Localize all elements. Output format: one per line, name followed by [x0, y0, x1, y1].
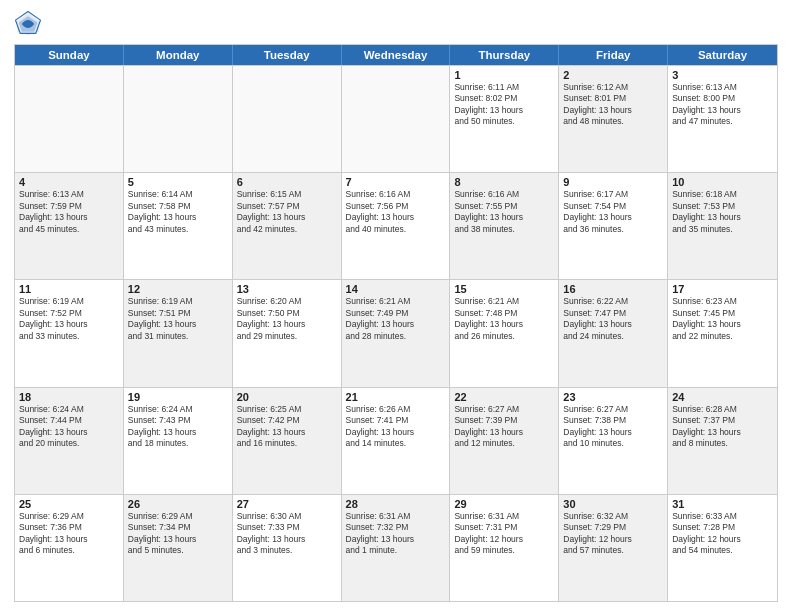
day-info: Sunrise: 6:23 AM Sunset: 7:45 PM Dayligh… [672, 296, 773, 342]
day-number: 8 [454, 176, 554, 188]
day-number: 28 [346, 498, 446, 510]
day-info: Sunrise: 6:29 AM Sunset: 7:36 PM Dayligh… [19, 511, 119, 557]
header-day-monday: Monday [124, 45, 233, 65]
day-cell-15: 15Sunrise: 6:21 AM Sunset: 7:48 PM Dayli… [450, 280, 559, 386]
day-cell-3: 3Sunrise: 6:13 AM Sunset: 8:00 PM Daylig… [668, 66, 777, 172]
day-number: 19 [128, 391, 228, 403]
page: SundayMondayTuesdayWednesdayThursdayFrid… [0, 0, 792, 612]
calendar-week-4: 18Sunrise: 6:24 AM Sunset: 7:44 PM Dayli… [15, 387, 777, 494]
logo [14, 10, 46, 38]
day-info: Sunrise: 6:19 AM Sunset: 7:52 PM Dayligh… [19, 296, 119, 342]
calendar-body: 1Sunrise: 6:11 AM Sunset: 8:02 PM Daylig… [15, 65, 777, 601]
day-info: Sunrise: 6:14 AM Sunset: 7:58 PM Dayligh… [128, 189, 228, 235]
day-number: 9 [563, 176, 663, 188]
day-number: 16 [563, 283, 663, 295]
day-number: 17 [672, 283, 773, 295]
day-cell-14: 14Sunrise: 6:21 AM Sunset: 7:49 PM Dayli… [342, 280, 451, 386]
empty-cell [233, 66, 342, 172]
day-info: Sunrise: 6:32 AM Sunset: 7:29 PM Dayligh… [563, 511, 663, 557]
header-day-friday: Friday [559, 45, 668, 65]
day-info: Sunrise: 6:24 AM Sunset: 7:43 PM Dayligh… [128, 404, 228, 450]
header-day-sunday: Sunday [15, 45, 124, 65]
day-info: Sunrise: 6:18 AM Sunset: 7:53 PM Dayligh… [672, 189, 773, 235]
day-number: 3 [672, 69, 773, 81]
day-number: 14 [346, 283, 446, 295]
day-cell-23: 23Sunrise: 6:27 AM Sunset: 7:38 PM Dayli… [559, 388, 668, 494]
day-number: 18 [19, 391, 119, 403]
day-cell-4: 4Sunrise: 6:13 AM Sunset: 7:59 PM Daylig… [15, 173, 124, 279]
day-cell-5: 5Sunrise: 6:14 AM Sunset: 7:58 PM Daylig… [124, 173, 233, 279]
day-cell-21: 21Sunrise: 6:26 AM Sunset: 7:41 PM Dayli… [342, 388, 451, 494]
day-number: 25 [19, 498, 119, 510]
day-cell-8: 8Sunrise: 6:16 AM Sunset: 7:55 PM Daylig… [450, 173, 559, 279]
day-cell-1: 1Sunrise: 6:11 AM Sunset: 8:02 PM Daylig… [450, 66, 559, 172]
day-cell-9: 9Sunrise: 6:17 AM Sunset: 7:54 PM Daylig… [559, 173, 668, 279]
day-number: 5 [128, 176, 228, 188]
day-cell-18: 18Sunrise: 6:24 AM Sunset: 7:44 PM Dayli… [15, 388, 124, 494]
day-info: Sunrise: 6:13 AM Sunset: 8:00 PM Dayligh… [672, 82, 773, 128]
day-info: Sunrise: 6:12 AM Sunset: 8:01 PM Dayligh… [563, 82, 663, 128]
header-day-tuesday: Tuesday [233, 45, 342, 65]
day-number: 27 [237, 498, 337, 510]
day-info: Sunrise: 6:15 AM Sunset: 7:57 PM Dayligh… [237, 189, 337, 235]
day-info: Sunrise: 6:17 AM Sunset: 7:54 PM Dayligh… [563, 189, 663, 235]
day-info: Sunrise: 6:16 AM Sunset: 7:56 PM Dayligh… [346, 189, 446, 235]
day-cell-19: 19Sunrise: 6:24 AM Sunset: 7:43 PM Dayli… [124, 388, 233, 494]
day-number: 22 [454, 391, 554, 403]
day-info: Sunrise: 6:31 AM Sunset: 7:31 PM Dayligh… [454, 511, 554, 557]
day-info: Sunrise: 6:16 AM Sunset: 7:55 PM Dayligh… [454, 189, 554, 235]
day-cell-13: 13Sunrise: 6:20 AM Sunset: 7:50 PM Dayli… [233, 280, 342, 386]
day-number: 26 [128, 498, 228, 510]
day-number: 4 [19, 176, 119, 188]
day-cell-16: 16Sunrise: 6:22 AM Sunset: 7:47 PM Dayli… [559, 280, 668, 386]
header [14, 10, 778, 38]
day-cell-11: 11Sunrise: 6:19 AM Sunset: 7:52 PM Dayli… [15, 280, 124, 386]
day-cell-10: 10Sunrise: 6:18 AM Sunset: 7:53 PM Dayli… [668, 173, 777, 279]
day-number: 21 [346, 391, 446, 403]
day-info: Sunrise: 6:30 AM Sunset: 7:33 PM Dayligh… [237, 511, 337, 557]
day-info: Sunrise: 6:21 AM Sunset: 7:49 PM Dayligh… [346, 296, 446, 342]
day-number: 10 [672, 176, 773, 188]
day-number: 30 [563, 498, 663, 510]
day-number: 29 [454, 498, 554, 510]
day-cell-12: 12Sunrise: 6:19 AM Sunset: 7:51 PM Dayli… [124, 280, 233, 386]
day-info: Sunrise: 6:13 AM Sunset: 7:59 PM Dayligh… [19, 189, 119, 235]
day-info: Sunrise: 6:31 AM Sunset: 7:32 PM Dayligh… [346, 511, 446, 557]
calendar-header: SundayMondayTuesdayWednesdayThursdayFrid… [15, 45, 777, 65]
calendar-week-1: 1Sunrise: 6:11 AM Sunset: 8:02 PM Daylig… [15, 65, 777, 172]
day-number: 1 [454, 69, 554, 81]
day-cell-6: 6Sunrise: 6:15 AM Sunset: 7:57 PM Daylig… [233, 173, 342, 279]
day-cell-27: 27Sunrise: 6:30 AM Sunset: 7:33 PM Dayli… [233, 495, 342, 601]
day-cell-25: 25Sunrise: 6:29 AM Sunset: 7:36 PM Dayli… [15, 495, 124, 601]
day-number: 13 [237, 283, 337, 295]
day-info: Sunrise: 6:24 AM Sunset: 7:44 PM Dayligh… [19, 404, 119, 450]
day-cell-7: 7Sunrise: 6:16 AM Sunset: 7:56 PM Daylig… [342, 173, 451, 279]
day-number: 6 [237, 176, 337, 188]
empty-cell [15, 66, 124, 172]
header-day-thursday: Thursday [450, 45, 559, 65]
day-cell-17: 17Sunrise: 6:23 AM Sunset: 7:45 PM Dayli… [668, 280, 777, 386]
empty-cell [342, 66, 451, 172]
day-cell-30: 30Sunrise: 6:32 AM Sunset: 7:29 PM Dayli… [559, 495, 668, 601]
header-day-wednesday: Wednesday [342, 45, 451, 65]
calendar-week-5: 25Sunrise: 6:29 AM Sunset: 7:36 PM Dayli… [15, 494, 777, 601]
calendar-week-3: 11Sunrise: 6:19 AM Sunset: 7:52 PM Dayli… [15, 279, 777, 386]
day-info: Sunrise: 6:26 AM Sunset: 7:41 PM Dayligh… [346, 404, 446, 450]
header-day-saturday: Saturday [668, 45, 777, 65]
day-info: Sunrise: 6:22 AM Sunset: 7:47 PM Dayligh… [563, 296, 663, 342]
day-number: 15 [454, 283, 554, 295]
day-cell-22: 22Sunrise: 6:27 AM Sunset: 7:39 PM Dayli… [450, 388, 559, 494]
day-info: Sunrise: 6:11 AM Sunset: 8:02 PM Dayligh… [454, 82, 554, 128]
day-number: 20 [237, 391, 337, 403]
day-info: Sunrise: 6:29 AM Sunset: 7:34 PM Dayligh… [128, 511, 228, 557]
day-cell-28: 28Sunrise: 6:31 AM Sunset: 7:32 PM Dayli… [342, 495, 451, 601]
day-number: 23 [563, 391, 663, 403]
day-number: 11 [19, 283, 119, 295]
day-cell-29: 29Sunrise: 6:31 AM Sunset: 7:31 PM Dayli… [450, 495, 559, 601]
day-info: Sunrise: 6:25 AM Sunset: 7:42 PM Dayligh… [237, 404, 337, 450]
day-info: Sunrise: 6:20 AM Sunset: 7:50 PM Dayligh… [237, 296, 337, 342]
day-info: Sunrise: 6:27 AM Sunset: 7:38 PM Dayligh… [563, 404, 663, 450]
day-number: 12 [128, 283, 228, 295]
day-info: Sunrise: 6:21 AM Sunset: 7:48 PM Dayligh… [454, 296, 554, 342]
day-number: 2 [563, 69, 663, 81]
